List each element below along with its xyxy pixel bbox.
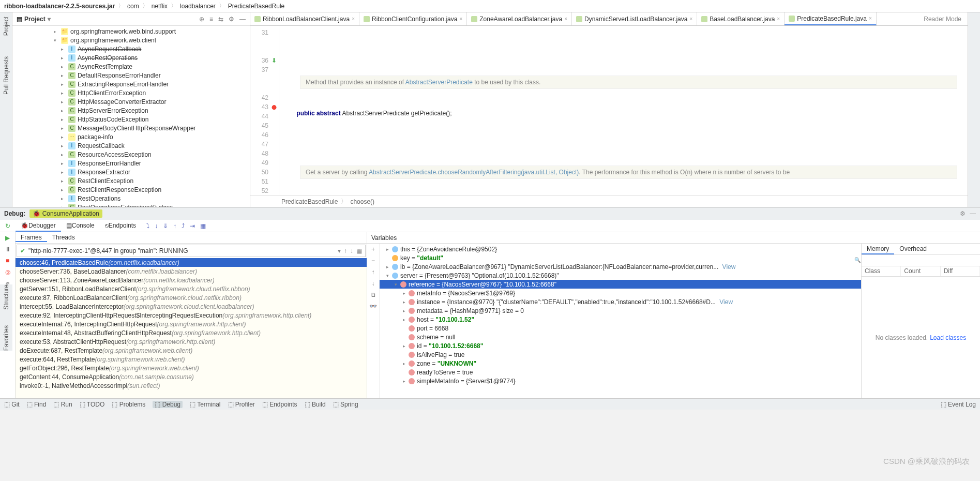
threads-tab[interactable]: Threads: [47, 234, 80, 242]
editor-tab[interactable]: BaseLoadBalancer.java×: [697, 12, 785, 25]
tree-class[interactable]: ▸CRestOperationsExtensionsKt.class: [12, 203, 250, 207]
resume-icon[interactable]: ▶: [5, 234, 10, 242]
variable-node[interactable]: scheme = null: [380, 333, 861, 341]
variable-node[interactable]: ▸metaInfo = {NacosServer$1@9769}: [380, 289, 861, 297]
crumb-method[interactable]: choose(): [350, 198, 374, 205]
bottom-tool-problems[interactable]: ⬚ Problems: [112, 401, 145, 408]
step-over-icon[interactable]: ⤵: [146, 222, 149, 230]
copy-icon[interactable]: ⧉: [371, 291, 375, 298]
tree-class[interactable]: ▸CHttpMessageConverterExtractor: [12, 97, 250, 106]
stack-frame[interactable]: chooseServer:113, ZoneAwareLoadBalancer …: [16, 276, 367, 284]
step-out-icon[interactable]: ↑: [173, 222, 176, 230]
bottom-tool-debug[interactable]: ⬚ Debug: [153, 401, 183, 408]
debug-settings-icon[interactable]: ⚙: [960, 210, 966, 217]
thread-selector[interactable]: ✔ "http-nio-7777-exec-1"@8,447 in group …: [17, 245, 366, 257]
hide-icon[interactable]: —: [239, 16, 246, 23]
tree-package[interactable]: ▸📁org.springframework.web.bind.support: [12, 27, 250, 36]
down-icon[interactable]: ↓: [372, 280, 375, 287]
bottom-tool-profiler[interactable]: ⬚ Profiler: [228, 401, 255, 408]
structure-tool-button[interactable]: Structure: [3, 284, 10, 310]
new-watch-icon[interactable]: +: [371, 246, 375, 253]
locate-icon[interactable]: ⊕: [199, 16, 204, 23]
event-log-button[interactable]: ⬚ Event Log: [941, 401, 976, 408]
variable-node[interactable]: ▸metadata = {HashMap@9771} size = 0: [380, 306, 861, 315]
variables-tree[interactable]: ▸this = {ZoneAvoidanceRule@9502}key = "d…: [380, 244, 861, 398]
variable-node[interactable]: ▸this = {ZoneAvoidanceRule@9502}: [380, 245, 861, 253]
tree-class[interactable]: ▸⋯package-info: [12, 132, 250, 141]
load-classes-link[interactable]: Load classes: [930, 334, 966, 341]
rerun-icon[interactable]: ↻: [5, 222, 10, 230]
stack-frame[interactable]: executeInternal:48, AbstractBufferingCli…: [16, 328, 367, 337]
stack-frame[interactable]: choose:46, PredicateBasedRule (com.netfl…: [16, 258, 367, 267]
breadcrumb-leaf[interactable]: PredicateBasedRule: [228, 3, 284, 10]
run-to-cursor-icon[interactable]: ⇥: [190, 222, 195, 230]
editor-tab[interactable]: ZoneAwareLoadBalancer.java×: [467, 12, 572, 25]
memory-col-diff[interactable]: Diff: [941, 266, 980, 276]
stack-frame[interactable]: chooseServer:736, BaseLoadBalancer (com.…: [16, 267, 367, 276]
bottom-tool-spring[interactable]: ⬚ Spring: [333, 401, 358, 408]
close-icon[interactable]: ×: [777, 16, 780, 22]
project-title[interactable]: Project: [24, 16, 46, 23]
variable-node[interactable]: isAliveFlag = true: [380, 350, 861, 359]
tree-class[interactable]: ▸CExtractingResponseErrorHandler: [12, 80, 250, 88]
breadcrumb-item[interactable]: com: [127, 3, 139, 10]
frame-list[interactable]: choose:46, PredicateBasedRule (com.netfl…: [16, 258, 367, 398]
tree-class[interactable]: ▸IResponseErrorHandler: [12, 159, 250, 168]
memory-search-input[interactable]: [862, 255, 980, 266]
glasses-icon[interactable]: 👓: [369, 303, 377, 310]
tree-class[interactable]: ▸CRestClientResponseException: [12, 185, 250, 194]
variable-node[interactable]: ▸instance = {Instance@9770} "{"clusterNa…: [380, 297, 861, 306]
tree-class[interactable]: ▸CDefaultResponseErrorHandler: [12, 71, 250, 80]
editor-tab[interactable]: PredicateBasedRule.java×: [785, 12, 877, 25]
project-tool-button[interactable]: Project: [3, 17, 10, 36]
bottom-tool-terminal[interactable]: ⬚ Terminal: [190, 401, 220, 408]
drop-frame-icon[interactable]: ⤴: [182, 222, 185, 230]
tree-class[interactable]: ▸IRequestCallback: [12, 141, 250, 150]
stack-frame[interactable]: execute:644, RestTemplate (org.springfra…: [16, 355, 367, 364]
expand-icon[interactable]: ≡: [209, 16, 213, 23]
tree-package[interactable]: ▾📁org.springframework.web.client: [12, 36, 250, 44]
endpoints-tab[interactable]: ⎋ Endpoints: [100, 220, 141, 232]
stack-frame[interactable]: executeInternal:76, InterceptingClientHt…: [16, 320, 367, 328]
bottom-tool-find[interactable]: ⬚ Find: [27, 401, 47, 408]
bottom-tool-run[interactable]: ⬚ Run: [53, 401, 72, 408]
editor-tabs[interactable]: RibbonLoadBalancerClient.java×RibbonClie…: [250, 12, 968, 26]
variable-node[interactable]: ▸simpleMetaInfo = {Server$1@9774}: [380, 377, 861, 385]
step-into-icon[interactable]: ↓: [155, 222, 158, 230]
tree-class[interactable]: ▸CMessageBodyClientHttpResponseWrapper: [12, 124, 250, 132]
editor-tab[interactable]: DynamicServerListLoadBalancer.java×: [572, 12, 697, 25]
stack-frame[interactable]: getServer:151, RibbonLoadBalancerClient …: [16, 284, 367, 293]
tree-class[interactable]: ▸CHttpClientErrorException: [12, 88, 250, 97]
bottom-tool-endpoints[interactable]: ⬚ Endpoints: [262, 401, 297, 408]
reader-mode-toggle[interactable]: Reader Mode: [917, 16, 968, 23]
stack-frame[interactable]: execute:87, RibbonLoadBalancerClient (or…: [16, 293, 367, 302]
variable-node[interactable]: key = "default": [380, 253, 861, 262]
stop-icon[interactable]: ■: [6, 257, 9, 264]
variable-node[interactable]: ▸host = "10.100.1.52": [380, 315, 861, 324]
stack-frame[interactable]: intercept:55, LoadBalancerInterceptor (o…: [16, 302, 367, 311]
debugger-tab[interactable]: 🐞 Debugger: [16, 220, 61, 232]
editor-tab[interactable]: RibbonClientConfiguration.java×: [359, 12, 467, 25]
memory-tab[interactable]: Memory: [862, 244, 894, 254]
tree-class[interactable]: ▸CRestClientException: [12, 176, 250, 185]
tree-class[interactable]: ▸CAsyncRestTemplate: [12, 62, 250, 71]
tree-class[interactable]: ▸IRestOperations: [12, 194, 250, 203]
favorites-tool-button[interactable]: Favorites: [3, 325, 10, 351]
variable-node[interactable]: readyToServe = true: [380, 368, 861, 377]
stack-frame[interactable]: getForObject:296, RestTemplate (org.spri…: [16, 364, 367, 372]
remove-watch-icon[interactable]: −: [371, 257, 375, 264]
stack-frame[interactable]: invoke0:-1, NativeMethodAccessorImpl (su…: [16, 381, 367, 390]
editor-tab[interactable]: RibbonLoadBalancerClient.java×: [250, 12, 359, 25]
stack-frame[interactable]: execute:92, InterceptingClientHttpReques…: [16, 311, 367, 320]
frames-tab[interactable]: Frames: [16, 234, 47, 242]
variable-node[interactable]: ▸id = "10.100.1.52:6668": [380, 341, 861, 350]
pause-icon[interactable]: ⏸: [5, 246, 11, 253]
code-editor[interactable]: Method that provides an instance of Abst…: [279, 26, 968, 196]
collapse-icon[interactable]: ⇆: [218, 16, 223, 23]
stack-frame[interactable]: execute:53, AbstractClientHttpRequest (o…: [16, 337, 367, 346]
overhead-tab[interactable]: Overhead: [894, 244, 932, 254]
view-breakpoints-icon[interactable]: ◎: [5, 268, 10, 276]
tree-class[interactable]: ▸CHttpServerErrorException: [12, 106, 250, 115]
variable-node[interactable]: ▸zone = "UNKNOWN": [380, 359, 861, 368]
up-icon[interactable]: ↑: [372, 268, 375, 276]
